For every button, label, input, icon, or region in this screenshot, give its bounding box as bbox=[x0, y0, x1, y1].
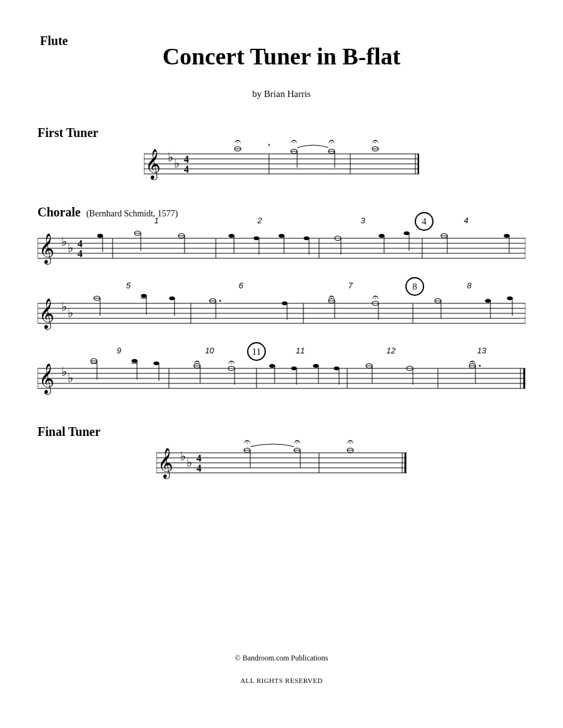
svg-point-58 bbox=[304, 236, 310, 240]
svg-text:♭: ♭ bbox=[168, 150, 173, 164]
measure-number: 7 bbox=[348, 281, 352, 290]
svg-text:𝄞: 𝄞 bbox=[158, 448, 173, 479]
fermata-icon: 𝄐 bbox=[372, 291, 378, 304]
svg-text:4: 4 bbox=[184, 164, 189, 174]
staff-chorale-line-3: 9 10 11 11 12 13 𝄐 𝄐 𝄐 𝄞 ♭ ♭ bbox=[38, 352, 525, 396]
svg-text:𝄞: 𝄞 bbox=[39, 233, 54, 265]
measure-number: 2 bbox=[257, 216, 261, 225]
svg-text:𝄞: 𝄞 bbox=[39, 363, 54, 395]
heading-sub: (Bernhard Schmidt, 1577) bbox=[86, 209, 178, 218]
measure-number: 13 bbox=[477, 346, 486, 355]
section-final-tuner: Final Tuner 𝄐 𝄐 𝄐 𝄞 ♭ ♭ 4 4 bbox=[38, 425, 525, 479]
staff-svg: 𝄞 ♭ ♭ 4 4 bbox=[144, 143, 419, 180]
svg-text:♭: ♭ bbox=[68, 371, 73, 385]
section-heading: Final Tuner bbox=[38, 425, 525, 439]
measure-number: 10 bbox=[205, 346, 214, 355]
svg-text:𝄞: 𝄞 bbox=[39, 298, 54, 330]
svg-text:4: 4 bbox=[196, 453, 201, 463]
breath-mark-icon: , bbox=[268, 136, 270, 148]
measure-number: 8 bbox=[467, 281, 471, 290]
svg-text:♭: ♭ bbox=[186, 455, 192, 469]
staff-first-tuner: 𝄐 , 𝄐 𝄐 𝄐 𝄞 ♭ ♭ 4 bbox=[144, 143, 419, 180]
fermata-icon: 𝄐 bbox=[328, 135, 335, 148]
svg-point-53 bbox=[254, 236, 260, 240]
staff-chorale-line-2: 5 6 7 8 8 𝄐 𝄐 𝄞 ♭ ♭ bbox=[38, 287, 525, 331]
fermata-icon: 𝄐 bbox=[347, 435, 353, 448]
svg-text:♭: ♭ bbox=[61, 365, 67, 378]
staff-final-tuner: 𝄐 𝄐 𝄐 𝄞 ♭ ♭ 4 4 bbox=[156, 442, 407, 479]
footer: © Bandroom.com Publications ALL RIGHTS R… bbox=[0, 654, 563, 684]
fermata-icon: 𝄐 bbox=[244, 435, 250, 448]
measure-number: 4 bbox=[464, 216, 468, 225]
rehearsal-mark: 8 bbox=[405, 277, 424, 296]
rehearsal-mark: 4 bbox=[415, 212, 434, 231]
heading-text: Chorale bbox=[38, 205, 81, 219]
svg-point-100 bbox=[220, 300, 221, 302]
svg-point-166 bbox=[479, 365, 481, 367]
composer-byline: by Brian Harris bbox=[38, 89, 525, 99]
staff-svg: 𝄞 ♭ ♭ 4 4 bbox=[156, 442, 407, 479]
measure-number: 6 bbox=[238, 281, 243, 290]
fermata-icon: 𝄐 bbox=[469, 356, 475, 369]
section-chorale: Chorale (Bernhard Schmidt, 1577) 1 2 3 4… bbox=[38, 205, 525, 396]
fermata-icon: 𝄐 bbox=[228, 356, 235, 369]
measure-number: 11 bbox=[296, 346, 305, 355]
staff-svg: 𝄞 ♭ ♭ bbox=[38, 352, 525, 396]
svg-text:♭: ♭ bbox=[180, 449, 186, 463]
measure-number: 12 bbox=[387, 346, 395, 355]
svg-text:4: 4 bbox=[78, 248, 83, 259]
svg-text:♭: ♭ bbox=[68, 241, 73, 255]
measure-number: 9 bbox=[116, 346, 121, 355]
sheet-music-page: Flute Concert Tuner in B-flat by Brian H… bbox=[0, 0, 563, 728]
copyright-text: © Bandroom.com Publications bbox=[0, 654, 563, 663]
svg-text:𝄞: 𝄞 bbox=[145, 149, 161, 180]
measure-number: 1 bbox=[154, 216, 158, 225]
section-heading: Chorale (Bernhard Schmidt, 1577) bbox=[38, 205, 525, 220]
section-first-tuner: First Tuner 𝄐 , 𝄐 𝄐 𝄐 𝄞 ♭ bbox=[38, 126, 525, 180]
title: Concert Tuner in B-flat bbox=[38, 43, 525, 70]
svg-text:4: 4 bbox=[196, 463, 201, 473]
staff-chorale-line-1: 1 2 3 4 4 𝄞 ♭ ♭ 4 4 bbox=[38, 222, 525, 266]
staff-svg: 𝄞 ♭ ♭ bbox=[38, 287, 525, 331]
instrument-name: Flute bbox=[40, 34, 68, 48]
measure-number: 3 bbox=[360, 216, 365, 225]
rehearsal-mark: 11 bbox=[247, 342, 266, 361]
svg-text:♭: ♭ bbox=[174, 156, 180, 170]
fermata-icon: 𝄐 bbox=[291, 135, 297, 148]
measure-number: 5 bbox=[126, 281, 130, 290]
staff-svg: 𝄞 ♭ ♭ 4 4 bbox=[38, 222, 525, 266]
svg-text:4: 4 bbox=[78, 238, 83, 249]
fermata-icon: 𝄐 bbox=[294, 435, 300, 448]
rights-text: ALL RIGHTS RESERVED bbox=[0, 677, 563, 684]
svg-text:♭: ♭ bbox=[68, 306, 73, 320]
fermata-icon: 𝄐 bbox=[194, 356, 200, 369]
fermata-icon: 𝄐 bbox=[328, 291, 335, 304]
section-heading: First Tuner bbox=[38, 126, 525, 140]
svg-point-101 bbox=[282, 301, 288, 305]
svg-text:4: 4 bbox=[184, 154, 189, 164]
fermata-icon: 𝄐 bbox=[235, 135, 241, 148]
svg-point-156 bbox=[334, 367, 340, 370]
svg-text:♭: ♭ bbox=[61, 235, 67, 248]
svg-text:♭: ♭ bbox=[61, 300, 67, 313]
fermata-icon: 𝄐 bbox=[372, 135, 378, 148]
svg-point-151 bbox=[292, 367, 297, 370]
